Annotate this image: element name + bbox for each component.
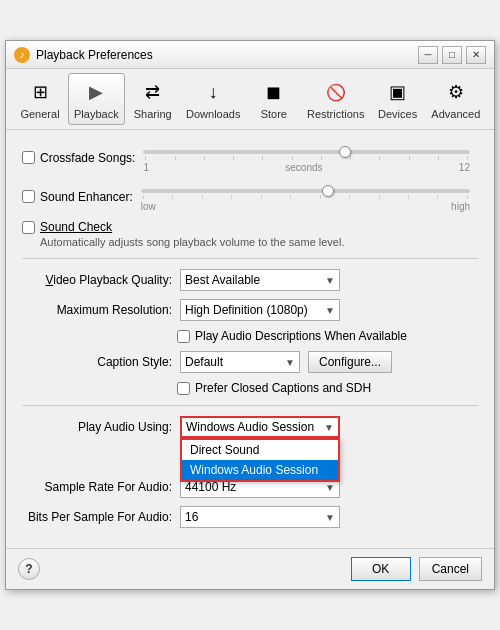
- sharing-icon: ⇄: [139, 78, 167, 106]
- video-playback-label: Video Playback Quality:: [22, 273, 172, 287]
- toolbar-item-restrictions[interactable]: 🚫 Restrictions: [302, 73, 370, 125]
- toolbar-label-downloads: Downloads: [186, 108, 240, 120]
- app-icon: ♪: [14, 47, 30, 63]
- toolbar-item-advanced[interactable]: ⚙ Advanced: [426, 73, 486, 125]
- general-icon: ⊞: [26, 78, 54, 106]
- title-bar-left: ♪ Playback Preferences: [14, 47, 153, 63]
- toolbar-label-devices: Devices: [378, 108, 417, 120]
- footer-left: ?: [18, 558, 40, 580]
- video-playback-row: Video Playback Quality: Best Available ▼: [22, 269, 478, 291]
- bits-per-sample-arrow: ▼: [325, 512, 335, 523]
- toolbar-item-sharing[interactable]: ⇄ Sharing: [127, 73, 179, 125]
- restrictions-icon: 🚫: [322, 78, 350, 106]
- devices-icon: ▣: [384, 78, 412, 106]
- play-audio-row: Play Audio Using: Windows Audio Session …: [22, 416, 478, 438]
- sound-check-checkbox[interactable]: [22, 221, 35, 234]
- play-audio-dropdown-wrapper: Windows Audio Session ▼ Direct Sound Win…: [180, 416, 340, 438]
- crossfade-unit-label: seconds: [285, 162, 322, 173]
- toolbar-item-store[interactable]: ◼ Store: [248, 73, 300, 125]
- title-bar: ♪ Playback Preferences ─ □ ✕: [6, 41, 494, 69]
- sound-check-description: Automatically adjusts song playback volu…: [40, 236, 478, 248]
- audio-descriptions-label: Play Audio Descriptions When Available: [195, 329, 407, 343]
- sound-check-section: Sound Check Automatically adjusts song p…: [22, 220, 478, 248]
- sample-rate-value: 44100 Hz: [185, 480, 236, 494]
- prefer-captions-label: Prefer Closed Captions and SDH: [195, 381, 371, 395]
- sound-enhancer-thumb[interactable]: [322, 185, 334, 197]
- toolbar-label-store: Store: [261, 108, 287, 120]
- downloads-icon: ↓: [199, 78, 227, 106]
- crossfade-min-label: 1: [143, 162, 149, 173]
- max-resolution-select[interactable]: High Definition (1080p) ▼: [180, 299, 340, 321]
- footer: ? OK Cancel: [6, 548, 494, 589]
- configure-button[interactable]: Configure...: [308, 351, 392, 373]
- crossfade-label[interactable]: Crossfade Songs:: [22, 151, 135, 165]
- max-resolution-arrow: ▼: [325, 305, 335, 316]
- crossfade-ticks: [143, 156, 470, 160]
- play-audio-select[interactable]: Windows Audio Session ▼: [180, 416, 340, 438]
- close-button[interactable]: ✕: [466, 46, 486, 64]
- audio-descriptions-row: Play Audio Descriptions When Available: [177, 329, 478, 343]
- video-playback-arrow: ▼: [325, 275, 335, 286]
- toolbar: ⊞ General ▶ Playback ⇄ Sharing ↓ Downloa…: [6, 69, 494, 130]
- toolbar-label-general: General: [20, 108, 59, 120]
- crossfade-text: Crossfade Songs:: [40, 151, 135, 165]
- video-playback-value: Best Available: [185, 273, 260, 287]
- playback-icon: ▶: [82, 78, 110, 106]
- sound-check-label[interactable]: Sound Check: [22, 220, 478, 234]
- toolbar-item-general[interactable]: ⊞ General: [14, 73, 66, 125]
- toolbar-label-advanced: Advanced: [431, 108, 480, 120]
- play-audio-dropdown: Direct Sound Windows Audio Session: [180, 438, 340, 482]
- audio-descriptions-checkbox[interactable]: [177, 330, 190, 343]
- divider-1: [22, 258, 478, 259]
- toolbar-item-downloads[interactable]: ↓ Downloads: [181, 73, 246, 125]
- play-audio-option-windows-audio[interactable]: Windows Audio Session: [182, 460, 338, 480]
- crossfade-max-label: 12: [459, 162, 470, 173]
- caption-style-row: Caption Style: Default ▼ Configure...: [22, 351, 478, 373]
- store-icon: ◼: [260, 78, 288, 106]
- toolbar-label-playback: Playback: [74, 108, 119, 120]
- prefer-captions-checkbox[interactable]: [177, 382, 190, 395]
- caption-style-label: Caption Style:: [22, 355, 172, 369]
- max-resolution-row: Maximum Resolution: High Definition (108…: [22, 299, 478, 321]
- toolbar-item-devices[interactable]: ▣ Devices: [372, 73, 424, 125]
- preferences-window: ♪ Playback Preferences ─ □ ✕ ⊞ General ▶…: [5, 40, 495, 590]
- window-controls: ─ □ ✕: [418, 46, 486, 64]
- cancel-button[interactable]: Cancel: [419, 557, 482, 581]
- content-area: Crossfade Songs:: [6, 130, 494, 548]
- sound-enhancer-checkbox[interactable]: [22, 190, 35, 203]
- divider-2: [22, 405, 478, 406]
- minimize-button[interactable]: ─: [418, 46, 438, 64]
- play-audio-option-direct-sound[interactable]: Direct Sound: [182, 440, 338, 460]
- sound-enhancer-row: Sound Enhancer:: [22, 181, 478, 212]
- sound-enhancer-max-label: high: [451, 201, 470, 212]
- footer-right: OK Cancel: [351, 557, 482, 581]
- bits-per-sample-label: Bits Per Sample For Audio:: [22, 510, 172, 524]
- sound-enhancer-track: [141, 189, 470, 193]
- caption-style-arrow: ▼: [285, 357, 295, 368]
- crossfade-slider-labels: 1 seconds 12: [143, 162, 470, 173]
- sample-rate-arrow: ▼: [325, 482, 335, 493]
- window-title: Playback Preferences: [36, 48, 153, 62]
- toolbar-item-playback[interactable]: ▶ Playback: [68, 73, 125, 125]
- bits-per-sample-select[interactable]: 16 ▼: [180, 506, 340, 528]
- sound-enhancer-min-label: low: [141, 201, 156, 212]
- sample-rate-label: Sample Rate For Audio:: [22, 480, 172, 494]
- prefer-captions-row: Prefer Closed Captions and SDH: [177, 381, 478, 395]
- sound-check-text: Sound Check: [40, 220, 112, 234]
- sound-enhancer-label[interactable]: Sound Enhancer:: [22, 190, 133, 204]
- play-audio-value: Windows Audio Session: [186, 420, 314, 434]
- advanced-icon: ⚙: [442, 78, 470, 106]
- crossfade-checkbox[interactable]: [22, 151, 35, 164]
- play-audio-arrow: ▼: [324, 422, 334, 433]
- caption-style-value: Default: [185, 355, 223, 369]
- bits-per-sample-row: Bits Per Sample For Audio: 16 ▼: [22, 506, 478, 528]
- help-button[interactable]: ?: [18, 558, 40, 580]
- toolbar-label-sharing: Sharing: [134, 108, 172, 120]
- sound-enhancer-text: Sound Enhancer:: [40, 190, 133, 204]
- sound-enhancer-slider-labels: low high: [141, 201, 470, 212]
- caption-style-select[interactable]: Default ▼: [180, 351, 300, 373]
- crossfade-slider-container: 1 seconds 12: [143, 142, 470, 173]
- video-playback-select[interactable]: Best Available ▼: [180, 269, 340, 291]
- ok-button[interactable]: OK: [351, 557, 411, 581]
- maximize-button[interactable]: □: [442, 46, 462, 64]
